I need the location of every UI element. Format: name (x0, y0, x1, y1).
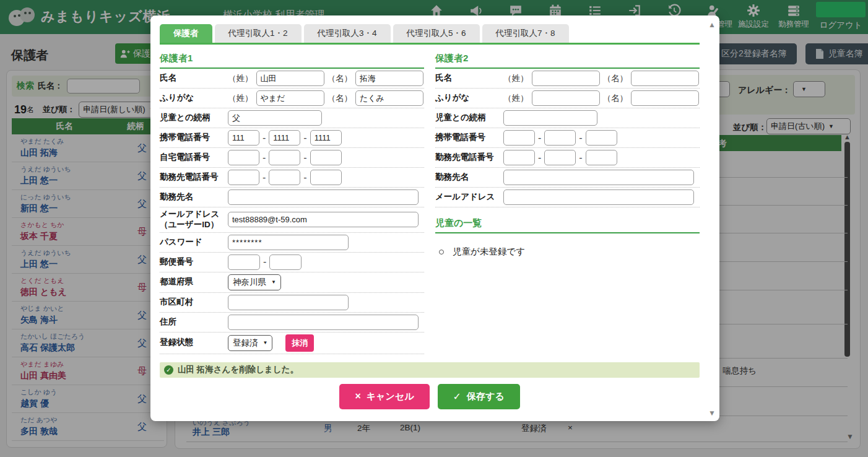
g1-mobile-2-input[interactable] (269, 130, 300, 146)
g2-kana-sei-input[interactable] (532, 90, 600, 106)
g2-kana-mei-input[interactable] (631, 90, 699, 106)
field-label: メールアドレス (435, 192, 503, 202)
cancel-button[interactable]: × キャンセル (339, 384, 429, 409)
g2-relation-input[interactable] (503, 110, 597, 126)
g1-kana-sei-input[interactable] (256, 90, 324, 106)
field-sublabel: - (579, 152, 582, 163)
field-sublabel: （姓） (503, 73, 529, 84)
field-sublabel: - (263, 152, 266, 163)
field-label: 自宅電話番号 (160, 152, 228, 163)
field-sublabel: - (303, 172, 306, 183)
chevron-down-icon: ▼ (263, 340, 268, 346)
field-label: 氏名 (160, 73, 228, 84)
g1-work-name-input[interactable] (228, 189, 419, 205)
field-label: 児童との続柄 (435, 113, 503, 123)
g2-name-mei-input[interactable] (631, 71, 699, 86)
g2-work-phone-2-input[interactable] (544, 150, 576, 165)
g1-relation-input[interactable] (228, 110, 322, 126)
form-row-g1-name: 氏名（姓）（名） (160, 69, 424, 89)
tab-proxy-2[interactable]: 代理引取人3・4 (304, 24, 391, 43)
bullet-circle-icon (439, 250, 444, 255)
guardian1-section-title: 保護者1 (160, 53, 424, 69)
field-sublabel: - (303, 133, 306, 144)
modal-scroll-down-icon[interactable]: ▼ (708, 409, 716, 417)
check-circle-icon: ✓ (164, 365, 173, 375)
tab-guardian[interactable]: 保護者 (160, 24, 212, 43)
modal-tabs: 保護者代理引取人1・2代理引取人3・4代理引取人5・6代理引取人7・8 (160, 24, 700, 43)
g2-mobile-2-input[interactable] (544, 130, 576, 146)
g1-pref-select[interactable]: 神奈川県▼ (228, 274, 281, 290)
form-row-g1-address: 住所 (160, 313, 424, 333)
form-row-g1-work-phone: 勤務先電話番号-- (160, 168, 424, 188)
g1-zip-1-input[interactable] (228, 255, 260, 270)
g1-home-phone-2-input[interactable] (269, 150, 300, 165)
guardian1-form: 氏名（姓）（名）ふりがな（姓）（名）児童との続柄携帯電話番号--自宅電話番号--… (160, 69, 424, 354)
field-label: 勤務先名 (435, 172, 503, 183)
form-row-g1-zip: 郵便番号- (160, 253, 424, 272)
field-sublabel: （姓） (503, 93, 529, 104)
form-row-g1-pref: 都道府県神奈川県▼ (160, 272, 424, 293)
g2-name-sei-input[interactable] (532, 71, 600, 86)
g1-home-phone-1-input[interactable] (228, 150, 259, 165)
g1-mobile-1-input[interactable] (228, 130, 259, 146)
field-sublabel: - (263, 256, 266, 268)
close-icon: × (355, 391, 360, 402)
g2-mobile-3-input[interactable] (586, 130, 617, 146)
g1-name-sei-input[interactable] (256, 71, 324, 86)
field-label: ふりがな (160, 93, 228, 103)
field-label: 住所 (160, 317, 228, 328)
field-label: メールアドレス（ユーザーID） (160, 209, 228, 230)
form-row-g2-mobile: 携帯電話番号-- (435, 128, 700, 148)
success-message-bar: ✓ 山田 拓海さんを削除しました。 (160, 362, 700, 378)
field-sublabel: - (263, 172, 266, 183)
form-row-g2-work-phone: 勤務先電話番号-- (435, 148, 700, 168)
save-button[interactable]: ✓ 保存する (438, 384, 520, 409)
tab-proxy-1[interactable]: 代理引取人1・2 (215, 24, 302, 43)
tab-proxy-3[interactable]: 代理引取人5・6 (393, 24, 480, 43)
guardian-edit-modal: ▲ ▼ 保護者代理引取人1・2代理引取人3・4代理引取人5・6代理引取人7・8 … (150, 15, 719, 421)
field-label: 市区町村 (160, 297, 228, 308)
field-label: 勤務先電話番号 (160, 172, 228, 183)
form-row-g1-work-name: 勤務先名 (160, 188, 424, 207)
g2-email-input[interactable] (503, 189, 694, 205)
g1-mobile-3-input[interactable] (310, 130, 342, 146)
g1-status-select[interactable]: 登録済▼ (228, 335, 272, 351)
children-section-title: 児童の一覧 (435, 217, 700, 233)
g1-kana-mei-input[interactable] (355, 90, 423, 106)
field-label: 郵便番号 (160, 257, 228, 268)
g2-work-phone-1-input[interactable] (503, 150, 535, 165)
g1-address-input[interactable] (228, 315, 419, 330)
form-row-g2-work-name: 勤務先名 (435, 168, 700, 188)
field-label: 勤務先名 (160, 192, 228, 202)
field-sublabel: （名） (328, 73, 353, 84)
field-label: 携帯電話番号 (160, 133, 228, 143)
g1-zip-2-input[interactable] (269, 255, 302, 270)
g1-work-phone-2-input[interactable] (269, 170, 300, 185)
g1-email-input[interactable] (228, 212, 419, 227)
field-sublabel: （名） (603, 93, 628, 104)
g2-mobile-1-input[interactable] (503, 130, 535, 146)
field-label: 児童との続柄 (160, 113, 228, 123)
modal-scroll-up-icon[interactable]: ▲ (708, 20, 716, 29)
field-label: 勤務先電話番号 (435, 152, 503, 163)
guardian1-column: 保護者1 氏名（姓）（名）ふりがな（姓）（名）児童との続柄携帯電話番号--自宅電… (160, 53, 424, 354)
g1-password-input[interactable] (228, 235, 349, 250)
form-row-g2-relation: 児童との続柄 (435, 108, 700, 128)
field-sublabel: - (579, 133, 582, 144)
g1-home-phone-3-input[interactable] (310, 150, 342, 165)
g1-work-phone-1-input[interactable] (228, 170, 259, 185)
g2-work-name-input[interactable] (503, 170, 694, 185)
erase-button[interactable]: 抹消 (285, 334, 314, 352)
field-sublabel: - (303, 152, 306, 163)
g2-work-phone-3-input[interactable] (586, 150, 617, 165)
g1-city-input[interactable] (228, 295, 349, 310)
guardian2-section-title: 保護者2 (435, 53, 700, 69)
form-row-g1-email: メールアドレス（ユーザーID） (160, 207, 424, 233)
tab-underline (160, 43, 700, 45)
chevron-down-icon: ▼ (271, 279, 276, 285)
g1-name-mei-input[interactable] (355, 71, 423, 86)
form-row-g1-city: 市区町村 (160, 293, 424, 313)
form-row-g2-name: 氏名（姓）（名） (435, 69, 700, 89)
tab-proxy-4[interactable]: 代理引取人7・8 (482, 24, 569, 43)
g1-work-phone-3-input[interactable] (310, 170, 342, 185)
